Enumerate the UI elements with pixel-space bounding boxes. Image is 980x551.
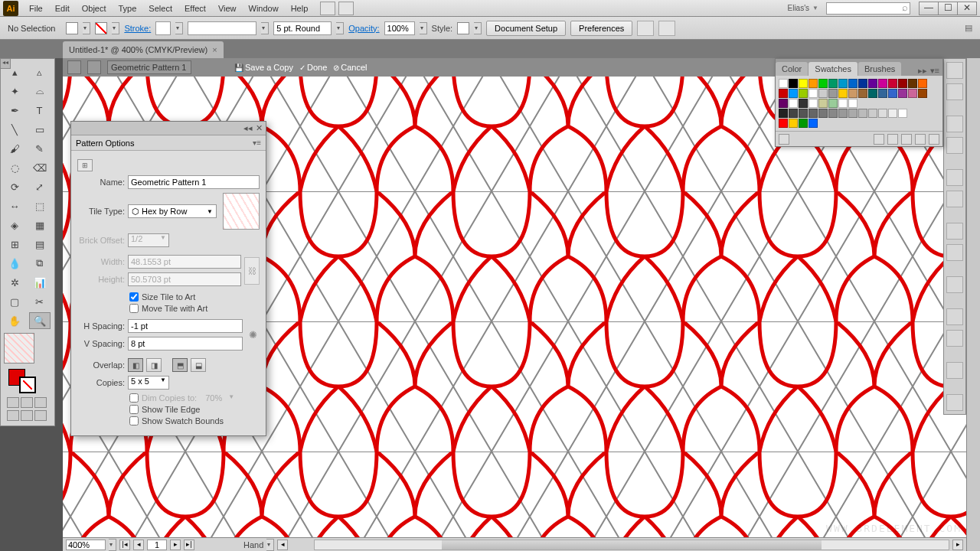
swatch-cell[interactable]	[789, 79, 798, 88]
bridge-icon[interactable]	[320, 2, 335, 15]
window-minimize-icon[interactable]: —	[919, 2, 939, 15]
swatch-cell[interactable]	[828, 109, 838, 118]
free-transform-tool[interactable]: ⬚	[29, 197, 51, 214]
right-dock[interactable]	[966, 58, 980, 551]
character-panel-icon[interactable]	[946, 169, 963, 186]
panel-menu-icon[interactable]: ▾≡	[930, 66, 939, 76]
window-close-icon[interactable]: ✕	[957, 2, 977, 15]
swatch-cell[interactable]	[779, 99, 788, 108]
swatch-cell[interactable]	[918, 89, 927, 98]
menu-effect[interactable]: Effect	[178, 4, 212, 13]
pencil-tool[interactable]: ✎	[29, 140, 51, 157]
align-panel-icon[interactable]	[946, 244, 963, 261]
copies-select[interactable]: 5 x 5▼	[128, 376, 169, 390]
swatch-cell[interactable]	[779, 79, 788, 88]
swatch-kind-icon[interactable]	[874, 134, 884, 145]
opacity-dropdown-icon[interactable]	[420, 22, 427, 34]
none-mode-icon[interactable]	[34, 397, 47, 408]
menu-select[interactable]: Select	[142, 4, 178, 13]
swatch-cell[interactable]	[789, 109, 798, 118]
swatch-grid[interactable]	[779, 79, 939, 128]
swatch-cell[interactable]	[779, 109, 788, 118]
pattern-tile-icon[interactable]	[87, 60, 101, 74]
lasso-tool[interactable]: ⌓	[29, 83, 51, 99]
screen-mode-1-icon[interactable]	[7, 410, 19, 421]
opacity-input[interactable]	[384, 21, 415, 35]
document-setup-button[interactable]: Document Setup	[486, 21, 566, 36]
layers-panel-icon[interactable]	[946, 394, 963, 411]
rectangle-tool[interactable]: ▭	[29, 121, 51, 138]
user-dropdown-icon[interactable]: ▼	[812, 5, 818, 11]
overlap-left-button[interactable]: ◧	[128, 358, 143, 372]
panel-header[interactable]: ◂◂✕	[71, 122, 266, 135]
swatch-cell[interactable]	[878, 89, 887, 98]
eraser-tool[interactable]: ⌫	[29, 159, 51, 176]
paragraph-panel-icon[interactable]	[946, 191, 963, 207]
document-tab[interactable]: Untitled-1* @ 400% (CMYK/Preview) ×	[63, 41, 224, 58]
swatch-cell[interactable]	[908, 89, 917, 98]
symbol-sprayer-tool[interactable]: ✲	[4, 274, 25, 291]
search-input[interactable]	[826, 2, 910, 15]
pen-tool[interactable]: ✒	[4, 102, 25, 119]
swatch-cell[interactable]	[828, 79, 838, 88]
mesh-tool[interactable]: ⊞	[4, 236, 25, 253]
overlap-bottom-button[interactable]: ⬓	[191, 358, 206, 372]
magic-wand-tool[interactable]: ✦	[4, 83, 25, 99]
swatch-cell[interactable]	[799, 119, 808, 128]
user-label[interactable]: Elias's	[787, 4, 809, 12]
swatch-cell[interactable]	[848, 79, 858, 88]
transform-panel-icon[interactable]	[946, 223, 963, 240]
swatch-options-icon[interactable]	[887, 134, 898, 145]
swatch-cell[interactable]	[878, 109, 887, 118]
fill-swatch[interactable]	[66, 22, 78, 34]
color-guide-icon[interactable]	[946, 83, 963, 100]
stroke-color[interactable]	[19, 377, 36, 393]
arrange-icon[interactable]	[338, 2, 354, 15]
align-icon[interactable]	[658, 21, 675, 36]
swatch-cell[interactable]	[799, 109, 808, 118]
stroke-weight-dropdown-icon[interactable]	[175, 22, 183, 34]
horizontal-scrollbar[interactable]	[314, 540, 949, 550]
fill-stroke-control[interactable]	[4, 367, 51, 395]
tab-brushes[interactable]: Brushes	[858, 62, 901, 76]
paintbrush-tool[interactable]: 🖌	[4, 140, 25, 157]
swatch-cell[interactable]	[838, 79, 848, 88]
swatch-cell[interactable]	[848, 89, 858, 98]
menu-file[interactable]: File	[23, 4, 49, 13]
swatch-cell[interactable]	[848, 109, 858, 118]
menu-window[interactable]: Window	[243, 4, 285, 13]
type-tool[interactable]: T	[29, 102, 51, 119]
new-group-icon[interactable]	[901, 134, 912, 145]
swatch-cell[interactable]	[818, 99, 828, 108]
color-panel-icon[interactable]	[946, 62, 963, 79]
pattern-name-input[interactable]	[128, 175, 260, 189]
zoom-tool[interactable]: 🔍	[29, 312, 51, 329]
tile-edit-icon[interactable]: ⊞	[77, 159, 93, 171]
swatch-cell[interactable]	[789, 119, 798, 128]
done-button[interactable]: ✓Done	[299, 63, 327, 72]
appearance-panel-icon[interactable]	[946, 308, 963, 325]
swatch-lib-icon[interactable]	[779, 134, 789, 145]
overlap-top-button[interactable]: ⬒	[172, 358, 188, 372]
slice-tool[interactable]: ✂	[29, 293, 51, 310]
fill-dropdown-icon[interactable]	[83, 22, 90, 34]
swatch-cell[interactable]	[898, 89, 907, 98]
hspacing-input[interactable]	[128, 319, 243, 333]
opacity-link[interactable]: Opacity:	[348, 24, 379, 33]
panel-close-icon[interactable]: ✕	[256, 123, 263, 133]
stroke-variable-input[interactable]	[188, 21, 256, 35]
style-swatch[interactable]	[457, 22, 469, 34]
swatch-cell[interactable]	[898, 79, 907, 88]
overlap-right-button[interactable]: ◨	[146, 358, 162, 372]
transparency-panel-icon[interactable]	[946, 276, 963, 293]
swatch-cell[interactable]	[808, 99, 818, 108]
move-tile-checkbox[interactable]	[129, 304, 139, 313]
artboard-tool[interactable]: ▢	[4, 293, 25, 310]
dim-copies-checkbox[interactable]	[129, 393, 139, 403]
symbols-panel-icon[interactable]	[946, 362, 963, 379]
preferences-button[interactable]: Preferences	[570, 21, 632, 36]
prev-artboard-icon[interactable]: ◂	[133, 540, 144, 550]
artboard-number[interactable]: 1	[147, 540, 167, 550]
screen-mode-2-icon[interactable]	[21, 410, 33, 421]
show-tile-edge-checkbox[interactable]	[129, 405, 139, 414]
